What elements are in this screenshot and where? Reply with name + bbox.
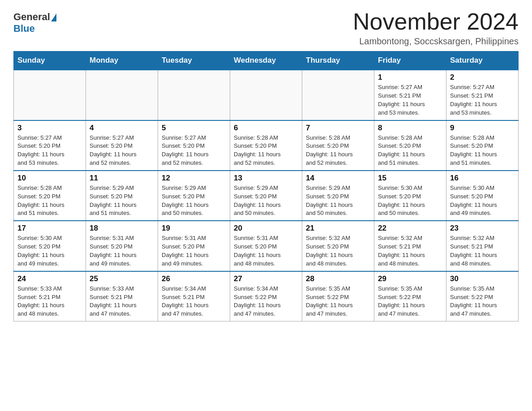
weekday-header-tuesday: Tuesday — [158, 51, 230, 70]
day-info: Sunrise: 5:33 AM Sunset: 5:21 PM Dayligh… — [90, 285, 154, 318]
weekday-header-row: SundayMondayTuesdayWednesdayThursdayFrid… — [14, 51, 519, 70]
calendar-cell: 19Sunrise: 5:31 AM Sunset: 5:20 PM Dayli… — [158, 221, 230, 271]
calendar-cell — [158, 70, 230, 120]
calendar-cell: 8Sunrise: 5:28 AM Sunset: 5:20 PM Daylig… — [374, 120, 446, 171]
day-number: 30 — [450, 274, 515, 283]
day-number: 21 — [306, 224, 370, 233]
day-number: 19 — [162, 224, 226, 233]
day-number: 6 — [234, 124, 298, 133]
day-number: 15 — [378, 174, 442, 183]
day-number: 20 — [234, 224, 298, 233]
calendar-cell: 3Sunrise: 5:27 AM Sunset: 5:20 PM Daylig… — [14, 120, 86, 171]
calendar-week-row: 1Sunrise: 5:27 AM Sunset: 5:21 PM Daylig… — [14, 70, 519, 120]
day-number: 23 — [450, 224, 515, 233]
calendar-cell: 28Sunrise: 5:35 AM Sunset: 5:22 PM Dayli… — [302, 271, 374, 321]
calendar-cell: 18Sunrise: 5:31 AM Sunset: 5:20 PM Dayli… — [86, 221, 158, 271]
calendar-cell: 13Sunrise: 5:29 AM Sunset: 5:20 PM Dayli… — [230, 171, 302, 221]
calendar-cell: 15Sunrise: 5:30 AM Sunset: 5:20 PM Dayli… — [374, 171, 446, 221]
weekday-header-monday: Monday — [86, 51, 158, 70]
day-number: 9 — [450, 124, 515, 133]
day-number: 17 — [17, 224, 82, 233]
day-info: Sunrise: 5:30 AM Sunset: 5:20 PM Dayligh… — [450, 184, 515, 218]
calendar-cell: 4Sunrise: 5:27 AM Sunset: 5:20 PM Daylig… — [86, 120, 158, 171]
day-info: Sunrise: 5:29 AM Sunset: 5:20 PM Dayligh… — [234, 184, 298, 218]
calendar-cell: 30Sunrise: 5:35 AM Sunset: 5:22 PM Dayli… — [446, 271, 519, 321]
weekday-header-thursday: Thursday — [302, 51, 374, 70]
day-info: Sunrise: 5:34 AM Sunset: 5:21 PM Dayligh… — [162, 285, 226, 318]
calendar-cell: 24Sunrise: 5:33 AM Sunset: 5:21 PM Dayli… — [14, 271, 86, 321]
day-number: 5 — [162, 124, 226, 133]
calendar-cell: 17Sunrise: 5:30 AM Sunset: 5:20 PM Dayli… — [14, 221, 86, 271]
day-number: 29 — [378, 274, 442, 283]
calendar-cell — [86, 70, 158, 120]
day-info: Sunrise: 5:27 AM Sunset: 5:20 PM Dayligh… — [90, 134, 154, 167]
day-number: 2 — [450, 73, 515, 82]
day-info: Sunrise: 5:30 AM Sunset: 5:20 PM Dayligh… — [17, 234, 82, 268]
weekday-header-sunday: Sunday — [14, 51, 86, 70]
day-info: Sunrise: 5:33 AM Sunset: 5:21 PM Dayligh… — [17, 285, 82, 318]
day-number: 11 — [90, 174, 154, 183]
title-section: November 2024 Lambontong, Soccsksargen, … — [353, 9, 519, 47]
day-info: Sunrise: 5:28 AM Sunset: 5:20 PM Dayligh… — [234, 134, 298, 167]
day-info: Sunrise: 5:28 AM Sunset: 5:20 PM Dayligh… — [17, 184, 82, 218]
day-number: 25 — [90, 274, 154, 283]
day-info: Sunrise: 5:31 AM Sunset: 5:20 PM Dayligh… — [90, 234, 154, 268]
day-number: 24 — [17, 274, 82, 283]
day-number: 7 — [306, 124, 370, 133]
day-info: Sunrise: 5:32 AM Sunset: 5:20 PM Dayligh… — [306, 234, 370, 268]
weekday-header-saturday: Saturday — [446, 51, 519, 70]
day-info: Sunrise: 5:27 AM Sunset: 5:20 PM Dayligh… — [162, 134, 226, 167]
calendar-cell: 21Sunrise: 5:32 AM Sunset: 5:20 PM Dayli… — [302, 221, 374, 271]
day-info: Sunrise: 5:35 AM Sunset: 5:22 PM Dayligh… — [378, 285, 442, 318]
day-number: 12 — [162, 174, 226, 183]
calendar-week-row: 3Sunrise: 5:27 AM Sunset: 5:20 PM Daylig… — [14, 120, 519, 171]
day-info: Sunrise: 5:27 AM Sunset: 5:21 PM Dayligh… — [378, 83, 442, 117]
calendar-cell: 16Sunrise: 5:30 AM Sunset: 5:20 PM Dayli… — [446, 171, 519, 221]
calendar-cell: 11Sunrise: 5:29 AM Sunset: 5:20 PM Dayli… — [86, 171, 158, 221]
day-info: Sunrise: 5:28 AM Sunset: 5:20 PM Dayligh… — [306, 134, 370, 167]
day-info: Sunrise: 5:30 AM Sunset: 5:20 PM Dayligh… — [378, 184, 442, 218]
day-info: Sunrise: 5:27 AM Sunset: 5:21 PM Dayligh… — [450, 83, 515, 117]
calendar-cell: 20Sunrise: 5:31 AM Sunset: 5:20 PM Dayli… — [230, 221, 302, 271]
day-info: Sunrise: 5:35 AM Sunset: 5:22 PM Dayligh… — [306, 285, 370, 318]
day-number: 16 — [450, 174, 515, 183]
calendar-cell: 7Sunrise: 5:28 AM Sunset: 5:20 PM Daylig… — [302, 120, 374, 171]
calendar-week-row: 24Sunrise: 5:33 AM Sunset: 5:21 PM Dayli… — [14, 271, 519, 321]
calendar-cell — [14, 70, 86, 120]
logo-general-text: General — [13, 11, 50, 23]
calendar-cell: 2Sunrise: 5:27 AM Sunset: 5:21 PM Daylig… — [446, 70, 519, 120]
page-header: General Blue November 2024 Lambontong, S… — [13, 9, 519, 47]
calendar-cell: 9Sunrise: 5:28 AM Sunset: 5:20 PM Daylig… — [446, 120, 519, 171]
day-info: Sunrise: 5:31 AM Sunset: 5:20 PM Dayligh… — [234, 234, 298, 268]
calendar-cell: 27Sunrise: 5:34 AM Sunset: 5:22 PM Dayli… — [230, 271, 302, 321]
day-info: Sunrise: 5:31 AM Sunset: 5:20 PM Dayligh… — [162, 234, 226, 268]
day-info: Sunrise: 5:35 AM Sunset: 5:22 PM Dayligh… — [450, 285, 515, 318]
day-info: Sunrise: 5:29 AM Sunset: 5:20 PM Dayligh… — [90, 184, 154, 218]
day-number: 22 — [378, 224, 442, 233]
day-info: Sunrise: 5:29 AM Sunset: 5:20 PM Dayligh… — [306, 184, 370, 218]
calendar-cell — [230, 70, 302, 120]
calendar-cell: 26Sunrise: 5:34 AM Sunset: 5:21 PM Dayli… — [158, 271, 230, 321]
month-title: November 2024 — [353, 9, 519, 34]
day-info: Sunrise: 5:29 AM Sunset: 5:20 PM Dayligh… — [162, 184, 226, 218]
day-number: 18 — [90, 224, 154, 233]
day-number: 13 — [234, 174, 298, 183]
logo-arrow-icon — [51, 13, 56, 21]
logo: General Blue — [13, 9, 56, 34]
calendar-cell: 23Sunrise: 5:32 AM Sunset: 5:21 PM Dayli… — [446, 221, 519, 271]
day-info: Sunrise: 5:28 AM Sunset: 5:20 PM Dayligh… — [378, 134, 442, 167]
calendar-week-row: 10Sunrise: 5:28 AM Sunset: 5:20 PM Dayli… — [14, 171, 519, 221]
day-number: 27 — [234, 274, 298, 283]
day-number: 26 — [162, 274, 226, 283]
calendar-cell: 5Sunrise: 5:27 AM Sunset: 5:20 PM Daylig… — [158, 120, 230, 171]
day-info: Sunrise: 5:32 AM Sunset: 5:21 PM Dayligh… — [378, 234, 442, 268]
calendar-cell: 10Sunrise: 5:28 AM Sunset: 5:20 PM Dayli… — [14, 171, 86, 221]
calendar-week-row: 17Sunrise: 5:30 AM Sunset: 5:20 PM Dayli… — [14, 221, 519, 271]
calendar-cell: 22Sunrise: 5:32 AM Sunset: 5:21 PM Dayli… — [374, 221, 446, 271]
day-number: 3 — [17, 124, 82, 133]
calendar-cell: 29Sunrise: 5:35 AM Sunset: 5:22 PM Dayli… — [374, 271, 446, 321]
calendar-cell: 1Sunrise: 5:27 AM Sunset: 5:21 PM Daylig… — [374, 70, 446, 120]
day-number: 4 — [90, 124, 154, 133]
day-number: 10 — [17, 174, 82, 183]
calendar-table: SundayMondayTuesdayWednesdayThursdayFrid… — [13, 51, 519, 321]
